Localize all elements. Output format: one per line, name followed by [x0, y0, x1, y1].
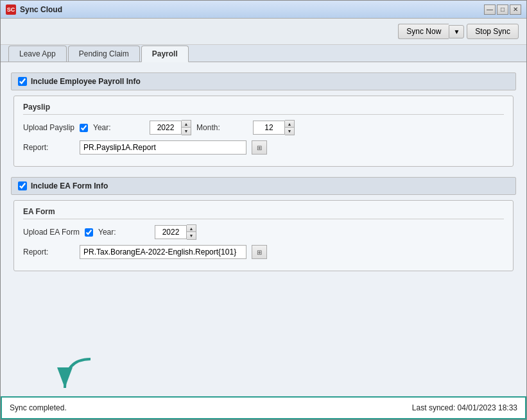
- month-input[interactable]: [253, 121, 285, 135]
- minimize-button[interactable]: —: [484, 4, 496, 15]
- year-up-button[interactable]: ▲: [182, 121, 191, 128]
- tabs-container: Leave App Pending Claim Payroll: [1, 45, 526, 62]
- ea-report-label: Report:: [23, 248, 74, 256]
- upload-payslip-checkbox[interactable]: [80, 124, 88, 132]
- ea-report-input[interactable]: [80, 245, 246, 259]
- stop-sync-button[interactable]: Stop Sync: [467, 24, 519, 39]
- month-spinner: ▲ ▼: [253, 120, 295, 135]
- close-button[interactable]: ✕: [510, 4, 521, 15]
- content-area: Include Employee Payroll Info Payslip Up…: [1, 62, 526, 396]
- window-title: Sync Cloud: [20, 5, 484, 14]
- maximize-button[interactable]: □: [497, 4, 508, 15]
- ea-report-row: Report: ⊞: [23, 245, 504, 259]
- sync-now-dropdown-button[interactable]: ▼: [449, 25, 464, 38]
- main-window: SC Sync Cloud — □ ✕ Sync Now ▼ Stop Sync…: [0, 0, 527, 420]
- ea-year-spinner: ▲ ▼: [155, 224, 196, 240]
- toolbar: Sync Now ▼ Stop Sync: [1, 19, 526, 45]
- last-synced-text: Last synced: 04/01/2023 18:33: [412, 403, 517, 412]
- include-employee-payroll-label: Include Employee Payroll Info: [31, 77, 141, 86]
- ea-form-header: Include EA Form Info: [11, 177, 516, 195]
- ea-year-up-button[interactable]: ▲: [187, 225, 196, 232]
- include-ea-form-checkbox[interactable]: [18, 181, 27, 190]
- upload-payslip-row: Upload Payslip Year: ▲ ▼ Month:: [23, 120, 504, 135]
- payslip-section-title: Payslip: [23, 103, 504, 115]
- report-row: Report: ⊞: [23, 140, 504, 155]
- month-label: Month:: [196, 123, 248, 132]
- ea-year-spinner-btns: ▲ ▼: [187, 224, 196, 240]
- year-spinner-btns: ▲ ▼: [182, 120, 191, 135]
- report-input[interactable]: [80, 140, 246, 155]
- year-input[interactable]: [150, 121, 182, 135]
- dropdown-icon: ▼: [453, 28, 460, 35]
- sync-completed-text: Sync completed.: [10, 403, 412, 412]
- ea-browse-icon: ⊞: [257, 249, 262, 256]
- tab-pending-claim[interactable]: Pending Claim: [68, 46, 140, 62]
- last-synced-value: 04/01/2023 18:33: [458, 403, 517, 412]
- employee-payroll-header: Include Employee Payroll Info: [11, 72, 516, 90]
- maximize-icon: □: [501, 6, 505, 13]
- ea-year-down-button[interactable]: ▼: [187, 232, 196, 239]
- ea-form-inner-section: EA Form Upload EA Form Year: ▲ ▼ Report:: [13, 200, 514, 271]
- report-label: Report:: [23, 143, 74, 152]
- month-up-button[interactable]: ▲: [285, 121, 294, 128]
- ea-year-input[interactable]: [155, 225, 187, 239]
- ea-form-section-title: EA Form: [23, 207, 504, 219]
- report-browse-button[interactable]: ⊞: [252, 140, 267, 155]
- upload-payslip-label: Upload Payslip: [23, 123, 74, 132]
- payslip-section: Payslip Upload Payslip Year: ▲ ▼ Month:: [13, 96, 514, 167]
- employee-payroll-section: Include Employee Payroll Info Payslip Up…: [11, 72, 516, 167]
- sync-now-button[interactable]: Sync Now: [398, 24, 449, 39]
- include-employee-payroll-checkbox[interactable]: [18, 77, 27, 86]
- last-synced-label: Last synced:: [412, 403, 455, 412]
- include-ea-form-label: Include EA Form Info: [31, 181, 108, 190]
- tab-payroll[interactable]: Payroll: [141, 46, 189, 62]
- tab-leave-app[interactable]: Leave App: [8, 46, 67, 62]
- upload-ea-label: Upload EA Form: [23, 228, 80, 237]
- title-bar: SC Sync Cloud — □ ✕: [1, 1, 526, 19]
- ea-year-label: Year:: [98, 228, 150, 237]
- window-controls: — □ ✕: [484, 4, 521, 15]
- upload-ea-checkbox[interactable]: [85, 228, 93, 237]
- upload-ea-row: Upload EA Form Year: ▲ ▼: [23, 224, 504, 240]
- minimize-icon: —: [487, 6, 493, 13]
- app-icon: SC: [6, 4, 16, 15]
- browse-icon: ⊞: [257, 144, 262, 151]
- close-icon: ✕: [513, 6, 518, 13]
- year-spinner: ▲ ▼: [150, 120, 191, 135]
- sync-now-group: Sync Now ▼: [398, 24, 464, 39]
- status-bar: Sync completed. Last synced: 04/01/2023 …: [1, 396, 526, 419]
- month-spinner-btns: ▲ ▼: [285, 120, 295, 135]
- year-down-button[interactable]: ▼: [182, 128, 191, 135]
- arrow-indicator: [52, 356, 103, 396]
- year-label: Year:: [93, 123, 144, 132]
- status-section: Sync completed. Last synced: 04/01/2023 …: [1, 396, 526, 419]
- ea-form-section: Include EA Form Info EA Form Upload EA F…: [11, 177, 516, 271]
- arrow-svg: [52, 356, 103, 394]
- ea-report-browse-button[interactable]: ⊞: [252, 245, 267, 259]
- month-down-button[interactable]: ▼: [285, 128, 294, 135]
